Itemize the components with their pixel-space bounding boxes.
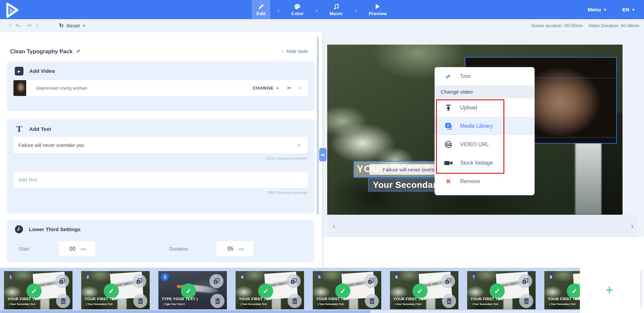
thumb-number-badge: 1 [7,273,14,281]
thumb-line1: YOUR FIRST TEXT | [470,297,508,301]
scene-thumbnail-strip: YOUR VIDEO HERE 1 ✓ YOUR FIRST TEXT | | … [0,268,644,313]
duplicate-scene-button[interactable] [364,274,378,288]
scene-thumbnail[interactable]: YOUR VIDEO HERE 2 ✓ YOUR FIRST TEXT | | … [81,271,150,309]
app-logo-icon[interactable] [4,2,20,18]
pack-title: Clean Typography Pack [10,48,72,55]
lower-third-header: Lower Third Settings [15,225,81,233]
next-scene-chevron[interactable]: › [631,215,634,237]
tab-edit[interactable]: Edit [252,0,270,19]
add-text-title: Add Text [29,126,51,132]
play-icon [375,3,380,10]
remove-x-icon: ✕ [443,177,453,186]
pencil-icon [258,3,264,10]
thumb-number-badge: 3 [161,273,169,281]
thumb-line1: YOUR FIRST TEXT | [85,297,122,301]
clip-thumbnail[interactable] [13,80,26,96]
duplicate-scene-button[interactable] [441,274,455,288]
start-unit: sec [81,247,87,251]
delete-scene-button[interactable] [56,294,70,308]
music-note-icon [334,3,339,10]
panel-scrollbar[interactable] [317,37,319,215]
video-url-label: VIDEO URL [460,142,489,148]
remove-clip-icon[interactable]: ✕ [298,85,302,91]
primary-text-input[interactable] [13,137,308,154]
language-dropdown[interactable]: EN ▼ [622,7,635,12]
thumb-line2: | Your Secondary Text [318,303,344,306]
scene-ready-check-icon: ✓ [490,283,505,299]
delete-scene-button[interactable] [133,294,147,308]
duplicate-scene-button[interactable] [132,274,146,288]
duration-input[interactable] [226,246,235,252]
start-input[interactable] [68,246,77,252]
video-camera-icon [443,160,453,166]
menu-item-stock-footage[interactable]: Stock footage [435,154,535,172]
strip-vertical-scrollbar[interactable] [640,270,642,308]
delete-scene-button[interactable] [519,294,533,308]
secondary-text-value: Your Secondary [369,180,441,190]
thumb-number-badge: 7 [470,273,478,281]
scene-thumbnail[interactable]: YOUR VIDEO HERE 5 ✓ YOUR FIRST TEXT | | … [313,271,381,309]
add-scene-button[interactable]: + [605,283,613,297]
chevron-down-icon: ▼ [632,8,635,12]
thumb-line1: YOUR FIRST TEXT | [316,297,353,301]
duplicate-scene-button[interactable] [55,274,69,288]
duration-field: sec [216,241,253,256]
tab-color[interactable]: Color [287,0,308,19]
thumb-number-badge: 5 [315,273,323,281]
change-label: CHANGE [253,86,274,91]
previous-scene-chevron[interactable]: ‹ [333,215,335,237]
tab-preview[interactable]: Preview [364,0,392,19]
change-video-section-header: Change video [435,86,535,98]
strip-scrollbar-thumb[interactable] [0,310,370,313]
menu-dropdown-label: Menu [588,7,601,12]
thumb-line1: YOUR FIRST TEXT | [7,297,45,301]
chevron-down-icon: ▼ [603,8,607,12]
tab-music[interactable]: Music [325,0,348,19]
workflow-steps: Edit › Color › Music › Previe [252,0,391,19]
delete-scene-button[interactable] [442,294,456,308]
clear-text-icon[interactable]: ✕ [297,142,301,149]
menu-item-trim[interactable]: ✂ Trim [435,67,535,86]
panel-resize-handle[interactable]: ◀ ▶ [319,148,327,161]
hide-tools-button[interactable]: ‹ Hide tools [282,48,308,55]
thumb-line2: | Your Secondary Text [395,303,421,306]
chevron-down-icon[interactable]: ▼ [82,24,86,28]
secondary-text-input[interactable] [13,172,308,188]
duplicate-scene-button[interactable] [287,274,301,288]
thumb-number-badge: 8 [547,273,555,281]
scene-ready-check-icon: ✓ [181,283,196,299]
menu-dropdown[interactable]: Menu ▼ [588,7,607,12]
scene-thumbnail[interactable]: YOUR VIDEO HERE 1 ✓ YOUR FIRST TEXT | | … [4,271,72,309]
delete-scene-button[interactable] [210,294,225,308]
change-video-button[interactable]: CHANGE ▼ [253,86,279,91]
duplicate-scene-button[interactable] [518,274,532,288]
duplicate-scene-button[interactable] [209,274,224,288]
trim-scissors-icon[interactable]: ✂ [287,85,291,91]
add-text-header: T Add Text [15,125,51,134]
edit-title-icon[interactable]: ✎ [75,49,81,54]
step-chevron-icon: › [270,8,287,13]
remove-label: Remove [460,178,480,185]
scene-thumbnail[interactable]: YOUR VIDEO HERE 6 ✓ YOUR FIRST TEXT | | … [390,271,458,309]
menu-item-upload[interactable]: Upload [435,98,535,117]
delete-scene-button[interactable] [288,294,302,308]
reset-button[interactable]: ↻ Reset ▼ [59,19,86,32]
scene-thumbnail[interactable]: YOUR VIDEO HERE 3 ✓ TYPE YOUR TEXT | | T… [158,271,227,309]
media-library-icon [443,122,453,130]
editor-toolbar: 0 0 ↻ Reset ▼ Scene duration: 00:05min V… [0,19,644,32]
menu-item-remove[interactable]: ✕ Remove [435,172,535,191]
scene-thumbnail[interactable]: YOUR VIDEO HERE 4 ✓ YOUR FIRST TEXT | | … [236,271,304,309]
resize-right-arrow-icon: ▶ [323,153,325,156]
reset-icon: ↻ [59,22,64,29]
scene-thumbnail[interactable]: YOUR VIDEO HERE 7 ✓ YOUR FIRST TEXT | | … [467,271,536,309]
thumb-line1: YOUR FIRST TEXT | [548,297,585,301]
video-context-menu: ✂ Trim Change video Upload Media Library… [435,67,535,195]
delete-scene-button[interactable] [365,294,379,308]
undo-icon[interactable] [14,23,22,29]
clip-title: Depressed crying woman [36,86,87,91]
menu-item-media-library[interactable]: Media Library [435,117,535,135]
menu-item-video-url[interactable]: www VIDEO URL [435,135,535,154]
redo-icon[interactable] [25,23,33,29]
hide-tools-label: Hide tools [287,49,308,54]
video-clip-row: Depressed crying woman CHANGE ▼ ✂ ✕ [13,80,308,96]
